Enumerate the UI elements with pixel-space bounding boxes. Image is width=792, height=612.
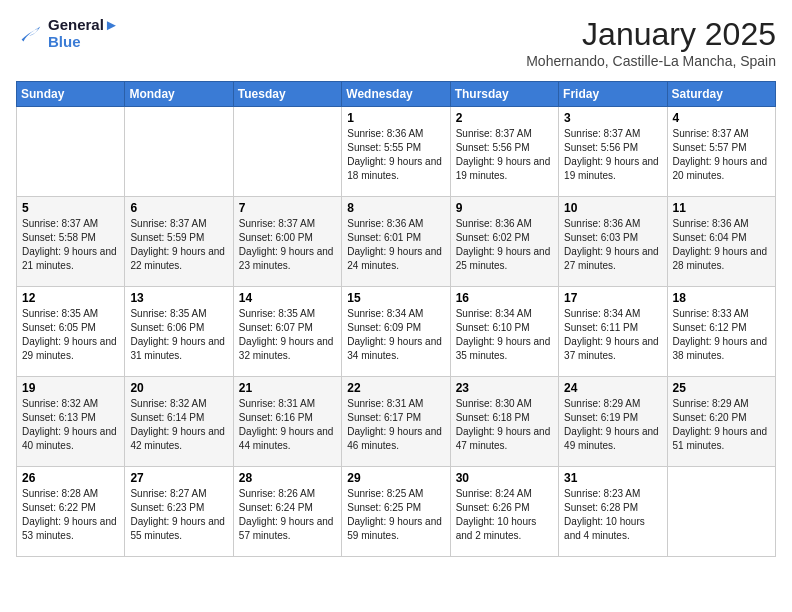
day-info: Sunrise: 8:37 AMSunset: 5:58 PMDaylight:…: [22, 217, 119, 273]
day-info: Sunrise: 8:32 AMSunset: 6:13 PMDaylight:…: [22, 397, 119, 453]
day-info: Sunrise: 8:34 AMSunset: 6:10 PMDaylight:…: [456, 307, 553, 363]
calendar-cell: 27Sunrise: 8:27 AMSunset: 6:23 PMDayligh…: [125, 467, 233, 557]
weekday-header: Wednesday: [342, 82, 450, 107]
day-number: 1: [347, 111, 444, 125]
calendar-cell: [667, 467, 775, 557]
day-number: 30: [456, 471, 553, 485]
day-info: Sunrise: 8:37 AMSunset: 5:59 PMDaylight:…: [130, 217, 227, 273]
day-number: 3: [564, 111, 661, 125]
day-info: Sunrise: 8:36 AMSunset: 6:03 PMDaylight:…: [564, 217, 661, 273]
day-info: Sunrise: 8:27 AMSunset: 6:23 PMDaylight:…: [130, 487, 227, 543]
calendar-cell: 8Sunrise: 8:36 AMSunset: 6:01 PMDaylight…: [342, 197, 450, 287]
day-number: 15: [347, 291, 444, 305]
calendar-cell: [233, 107, 341, 197]
day-number: 8: [347, 201, 444, 215]
day-number: 11: [673, 201, 770, 215]
calendar-cell: 15Sunrise: 8:34 AMSunset: 6:09 PMDayligh…: [342, 287, 450, 377]
calendar-week-row: 5Sunrise: 8:37 AMSunset: 5:58 PMDaylight…: [17, 197, 776, 287]
day-info: Sunrise: 8:35 AMSunset: 6:05 PMDaylight:…: [22, 307, 119, 363]
calendar-cell: 22Sunrise: 8:31 AMSunset: 6:17 PMDayligh…: [342, 377, 450, 467]
title-block: January 2025 Mohernando, Castille-La Man…: [526, 16, 776, 69]
day-info: Sunrise: 8:25 AMSunset: 6:25 PMDaylight:…: [347, 487, 444, 543]
calendar-cell: 11Sunrise: 8:36 AMSunset: 6:04 PMDayligh…: [667, 197, 775, 287]
day-number: 13: [130, 291, 227, 305]
day-number: 17: [564, 291, 661, 305]
weekday-header: Thursday: [450, 82, 558, 107]
day-number: 23: [456, 381, 553, 395]
calendar-header-row: SundayMondayTuesdayWednesdayThursdayFrid…: [17, 82, 776, 107]
weekday-header: Friday: [559, 82, 667, 107]
day-number: 6: [130, 201, 227, 215]
calendar-cell: 3Sunrise: 8:37 AMSunset: 5:56 PMDaylight…: [559, 107, 667, 197]
day-info: Sunrise: 8:35 AMSunset: 6:07 PMDaylight:…: [239, 307, 336, 363]
calendar-cell: 23Sunrise: 8:30 AMSunset: 6:18 PMDayligh…: [450, 377, 558, 467]
day-number: 31: [564, 471, 661, 485]
weekday-header: Saturday: [667, 82, 775, 107]
day-info: Sunrise: 8:32 AMSunset: 6:14 PMDaylight:…: [130, 397, 227, 453]
day-info: Sunrise: 8:29 AMSunset: 6:19 PMDaylight:…: [564, 397, 661, 453]
day-number: 9: [456, 201, 553, 215]
calendar-table: SundayMondayTuesdayWednesdayThursdayFrid…: [16, 81, 776, 557]
day-number: 29: [347, 471, 444, 485]
calendar-cell: 10Sunrise: 8:36 AMSunset: 6:03 PMDayligh…: [559, 197, 667, 287]
day-number: 12: [22, 291, 119, 305]
calendar-cell: 1Sunrise: 8:36 AMSunset: 5:55 PMDaylight…: [342, 107, 450, 197]
calendar-week-row: 12Sunrise: 8:35 AMSunset: 6:05 PMDayligh…: [17, 287, 776, 377]
day-info: Sunrise: 8:37 AMSunset: 5:56 PMDaylight:…: [564, 127, 661, 183]
day-info: Sunrise: 8:26 AMSunset: 6:24 PMDaylight:…: [239, 487, 336, 543]
day-info: Sunrise: 8:24 AMSunset: 6:26 PMDaylight:…: [456, 487, 553, 543]
calendar-week-row: 1Sunrise: 8:36 AMSunset: 5:55 PMDaylight…: [17, 107, 776, 197]
weekday-header: Monday: [125, 82, 233, 107]
day-number: 2: [456, 111, 553, 125]
logo: General► Blue: [16, 16, 119, 50]
calendar-cell: 4Sunrise: 8:37 AMSunset: 5:57 PMDaylight…: [667, 107, 775, 197]
calendar-cell: 18Sunrise: 8:33 AMSunset: 6:12 PMDayligh…: [667, 287, 775, 377]
day-info: Sunrise: 8:37 AMSunset: 5:56 PMDaylight:…: [456, 127, 553, 183]
day-number: 24: [564, 381, 661, 395]
day-info: Sunrise: 8:36 AMSunset: 5:55 PMDaylight:…: [347, 127, 444, 183]
day-number: 22: [347, 381, 444, 395]
weekday-header: Tuesday: [233, 82, 341, 107]
day-info: Sunrise: 8:29 AMSunset: 6:20 PMDaylight:…: [673, 397, 770, 453]
logo-text: General► Blue: [48, 16, 119, 50]
day-number: 27: [130, 471, 227, 485]
day-info: Sunrise: 8:37 AMSunset: 6:00 PMDaylight:…: [239, 217, 336, 273]
calendar-cell: 9Sunrise: 8:36 AMSunset: 6:02 PMDaylight…: [450, 197, 558, 287]
day-number: 26: [22, 471, 119, 485]
day-number: 19: [22, 381, 119, 395]
day-info: Sunrise: 8:31 AMSunset: 6:16 PMDaylight:…: [239, 397, 336, 453]
day-info: Sunrise: 8:36 AMSunset: 6:04 PMDaylight:…: [673, 217, 770, 273]
calendar-week-row: 26Sunrise: 8:28 AMSunset: 6:22 PMDayligh…: [17, 467, 776, 557]
day-info: Sunrise: 8:34 AMSunset: 6:11 PMDaylight:…: [564, 307, 661, 363]
calendar-cell: 12Sunrise: 8:35 AMSunset: 6:05 PMDayligh…: [17, 287, 125, 377]
day-number: 16: [456, 291, 553, 305]
day-number: 20: [130, 381, 227, 395]
day-info: Sunrise: 8:34 AMSunset: 6:09 PMDaylight:…: [347, 307, 444, 363]
day-info: Sunrise: 8:37 AMSunset: 5:57 PMDaylight:…: [673, 127, 770, 183]
calendar-cell: 26Sunrise: 8:28 AMSunset: 6:22 PMDayligh…: [17, 467, 125, 557]
day-number: 5: [22, 201, 119, 215]
day-number: 10: [564, 201, 661, 215]
calendar-cell: 19Sunrise: 8:32 AMSunset: 6:13 PMDayligh…: [17, 377, 125, 467]
page-header: General► Blue January 2025 Mohernando, C…: [16, 16, 776, 69]
calendar-cell: 7Sunrise: 8:37 AMSunset: 6:00 PMDaylight…: [233, 197, 341, 287]
calendar-cell: 25Sunrise: 8:29 AMSunset: 6:20 PMDayligh…: [667, 377, 775, 467]
calendar-cell: 17Sunrise: 8:34 AMSunset: 6:11 PMDayligh…: [559, 287, 667, 377]
calendar-cell: 24Sunrise: 8:29 AMSunset: 6:19 PMDayligh…: [559, 377, 667, 467]
weekday-header: Sunday: [17, 82, 125, 107]
day-info: Sunrise: 8:36 AMSunset: 6:01 PMDaylight:…: [347, 217, 444, 273]
day-info: Sunrise: 8:36 AMSunset: 6:02 PMDaylight:…: [456, 217, 553, 273]
day-number: 14: [239, 291, 336, 305]
calendar-cell: 14Sunrise: 8:35 AMSunset: 6:07 PMDayligh…: [233, 287, 341, 377]
day-number: 28: [239, 471, 336, 485]
calendar-cell: 2Sunrise: 8:37 AMSunset: 5:56 PMDaylight…: [450, 107, 558, 197]
day-info: Sunrise: 8:30 AMSunset: 6:18 PMDaylight:…: [456, 397, 553, 453]
calendar-cell: 16Sunrise: 8:34 AMSunset: 6:10 PMDayligh…: [450, 287, 558, 377]
calendar-cell: 20Sunrise: 8:32 AMSunset: 6:14 PMDayligh…: [125, 377, 233, 467]
day-info: Sunrise: 8:23 AMSunset: 6:28 PMDaylight:…: [564, 487, 661, 543]
day-number: 7: [239, 201, 336, 215]
calendar-cell: 29Sunrise: 8:25 AMSunset: 6:25 PMDayligh…: [342, 467, 450, 557]
calendar-cell: 5Sunrise: 8:37 AMSunset: 5:58 PMDaylight…: [17, 197, 125, 287]
calendar-cell: 28Sunrise: 8:26 AMSunset: 6:24 PMDayligh…: [233, 467, 341, 557]
calendar-cell: [17, 107, 125, 197]
